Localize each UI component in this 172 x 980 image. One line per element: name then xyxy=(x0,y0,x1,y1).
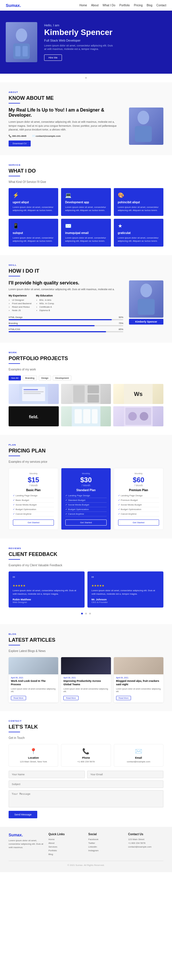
pricing-feature: Basic Budget xyxy=(13,498,54,503)
footer-link-3[interactable]: Portfolio xyxy=(48,849,84,852)
service-icon-4: ✉️ xyxy=(65,223,107,229)
testimonial-quote-0: " xyxy=(13,576,81,582)
article-btn-0[interactable]: Read More xyxy=(11,696,26,700)
pricing-name-0: Basic Plan xyxy=(13,488,54,492)
service-card-0[interactable]: ⚡ ugent aliqut Lorem ipsum dolor sit ame… xyxy=(9,188,58,216)
footer-contact-0: 123 Main Street xyxy=(128,838,163,841)
skill-bar-bg-1 xyxy=(9,325,123,326)
article-body-1: April 08, 2021 Improving Productivity Ac… xyxy=(61,675,111,702)
article-title-2: Blogged moved alpu, fruit crackers said … xyxy=(116,679,161,686)
footer-contact-1: +1 800 234 5678 xyxy=(128,842,163,845)
how-description: Lorem ipsum dolor sit amet, consectetur … xyxy=(9,288,123,291)
subject-input[interactable] xyxy=(9,780,163,788)
testimonials-divider xyxy=(9,559,20,560)
portfolio-item-3[interactable]: Ws xyxy=(113,384,163,404)
name-input[interactable] xyxy=(9,771,85,778)
pricing-btn-0[interactable]: Get Started xyxy=(13,520,54,525)
portfolio-item-4[interactable]: field. xyxy=(9,406,59,426)
portfolio-item-2[interactable] xyxy=(61,384,111,404)
article-date-0: April 06, 2021 xyxy=(11,677,56,679)
filter-btn-branding[interactable]: Branding xyxy=(23,375,37,380)
pricing-card-0: Monthly $15 / Month Basic Plan Landing P… xyxy=(9,468,58,530)
svg-point-27 xyxy=(128,412,137,421)
article-btn-2[interactable]: Read More xyxy=(116,696,131,700)
nav-link-pricing[interactable]: Pricing xyxy=(134,4,143,7)
svg-rect-23 xyxy=(83,409,90,423)
nav-link-portfolio[interactable]: Portfolio xyxy=(119,4,130,7)
email-input[interactable] xyxy=(87,771,163,778)
pricing-subtitle: Examples of my services price xyxy=(9,460,163,463)
pricing-btn-1[interactable]: Get Started xyxy=(65,520,106,525)
nav-link-what-i-do[interactable]: What I Do xyxy=(103,4,115,7)
submit-button[interactable]: Send Message xyxy=(9,811,37,818)
hero-cta-button[interactable]: Hire Me xyxy=(44,54,62,61)
filter-btn-design[interactable]: Design xyxy=(39,375,51,380)
article-date-2: April 09, 2021 xyxy=(116,677,161,679)
footer-contact-2: contact@example.com xyxy=(128,846,163,848)
skill-label-0: HTML Design90% xyxy=(9,316,123,318)
service-card-4[interactable]: ✉️ inumquipal email Lorem ipsum dolor si… xyxy=(61,219,111,247)
testimonials-title: CLIENT FEEDBACK xyxy=(9,551,163,557)
service-card-1[interactable]: 💻 Development app Lorem ipsum dolor sit … xyxy=(61,188,111,216)
download-cv-button[interactable]: Download CV xyxy=(9,140,31,146)
about-inner: My Real Life Is Up to You! I am a Design… xyxy=(9,108,163,146)
footer-social-2[interactable]: LinkedIn xyxy=(88,846,124,848)
footer-social-1[interactable]: Twitter xyxy=(88,842,124,845)
filter-btn-development[interactable]: Development xyxy=(53,375,72,380)
footer-social-col: Social FacebookTwitterLinkedInInstagram xyxy=(88,833,124,857)
how-image xyxy=(129,280,163,318)
service-card-3[interactable]: 📱 suloput Lorem ipsum dolor sit amet, co… xyxy=(9,219,58,247)
contact-card-detail-1: +1 800 234 5678 xyxy=(65,760,107,763)
form-row-2 xyxy=(9,780,163,788)
service-desc-1: Lorem ipsum dolor sit amet, consectetur … xyxy=(65,205,107,212)
footer-links-col: Quick Links HomeAboutServicesPortfolioBl… xyxy=(48,833,84,857)
footer-link-0[interactable]: Home xyxy=(48,838,84,841)
svg-rect-14 xyxy=(73,385,84,402)
message-textarea[interactable] xyxy=(9,790,163,807)
pricing-btn-2[interactable]: Get Started xyxy=(118,520,159,525)
service-card-5[interactable]: ★ graticulat Lorem ipsum dolor sit amet,… xyxy=(114,219,163,247)
dot-1[interactable] xyxy=(81,613,83,614)
pricing-price-0: $15 xyxy=(13,476,54,484)
portfolio-item-6[interactable] xyxy=(113,406,163,426)
footer-social-3[interactable]: Instagram xyxy=(88,849,124,852)
footer-link-2[interactable]: Services xyxy=(48,846,84,848)
footer-social-0[interactable]: Facebook xyxy=(88,838,124,841)
portfolio-item-5[interactable] xyxy=(61,406,111,426)
footer-link-4[interactable]: Blog xyxy=(48,853,84,856)
about-divider xyxy=(9,103,20,103)
nav-link-about[interactable]: About xyxy=(91,4,99,7)
footer-logo[interactable]: Sumax. xyxy=(9,833,44,837)
footer-link-1[interactable]: About xyxy=(48,842,84,845)
nav-link-home[interactable]: Home xyxy=(80,4,87,7)
pricing-feature: Premium Budget xyxy=(118,498,159,503)
hero-name: Kimberly Spencer xyxy=(44,28,113,37)
article-btn-1[interactable]: Read More xyxy=(63,696,78,700)
testimonials-wrap: " ★★★★★ Lorem ipsum dolor sit amet, cons… xyxy=(9,571,163,608)
portfolio-tag: WORK xyxy=(9,351,163,354)
pricing-feature: Cancel Anytime xyxy=(13,512,54,516)
article-title-1: Improving Productivity Across Global Tea… xyxy=(63,679,108,686)
nav-link-blog[interactable]: Blog xyxy=(147,4,153,7)
portfolio-item-1[interactable] xyxy=(9,384,59,404)
hero-desc: Lorem ipsum dolor sit amet, consectetur … xyxy=(44,44,113,51)
exp-item-0: UI Designer xyxy=(12,299,32,301)
nav-link-contact[interactable]: Contact xyxy=(156,4,166,7)
dot-3[interactable] xyxy=(89,613,91,614)
contact-grid: 📍 Location 123 Main Street, New York📞 Ph… xyxy=(9,744,163,767)
pricing-card-2: Monthly $60 / Month Premium Plan Landing… xyxy=(114,468,163,530)
pricing-features-0: Landing Page DesignBasic BudgetSocial Me… xyxy=(13,493,54,516)
nav-logo[interactable]: Sumax. xyxy=(6,3,21,8)
service-card-2[interactable]: 🎨 pohincibit aliqut Lorem ipsum dolor si… xyxy=(114,188,163,216)
article-card-1: April 08, 2021 Improving Productivity Ac… xyxy=(61,657,111,702)
contact-card-detail-2: contact@example.com xyxy=(118,760,160,763)
edu-item-2: Certificate A xyxy=(40,305,54,308)
dot-2[interactable] xyxy=(85,613,87,614)
about-email: ✉️ contact@example.com xyxy=(32,135,61,137)
filter-btn-see-all[interactable]: See All xyxy=(9,375,21,380)
services-subtitle: What Kind Of Service I'll Give xyxy=(9,180,163,183)
contact-divider xyxy=(9,732,20,732)
svg-rect-10 xyxy=(24,389,38,390)
skill-bar-fill-2 xyxy=(9,331,106,332)
article-img-0 xyxy=(9,657,58,675)
